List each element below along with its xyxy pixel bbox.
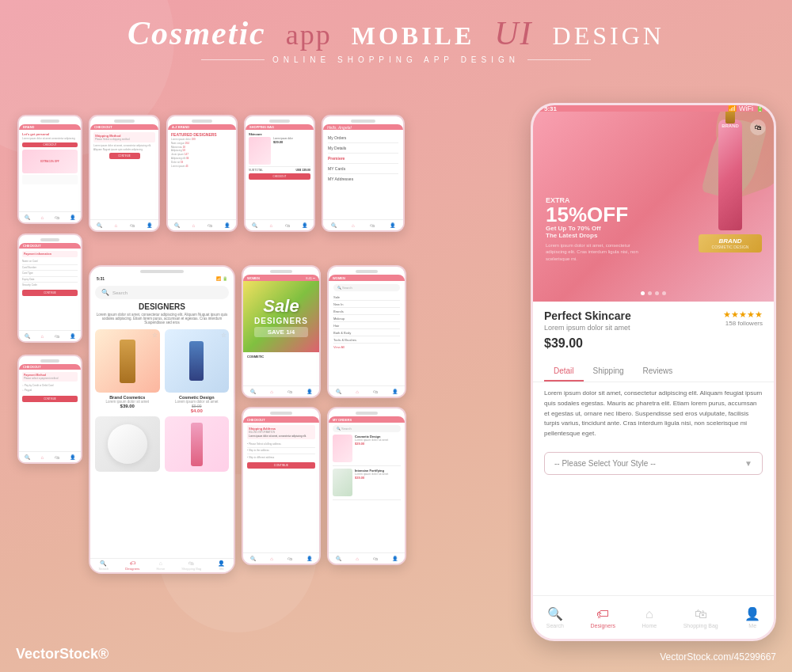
nav-b3[interactable]: 🛍 <box>208 223 212 228</box>
title-app: app <box>286 19 332 51</box>
nav-b5[interactable]: 🛍 <box>370 223 375 228</box>
nav-b12[interactable]: 🛍 <box>373 556 378 561</box>
nav-user[interactable]: 👤 <box>70 215 75 220</box>
title-design: DESIGN <box>553 21 664 50</box>
product-info: Perfect Skincare Lorem ipsum dolor sit a… <box>533 302 774 362</box>
nav-h9[interactable]: ⌂ <box>356 389 359 394</box>
nav-h11[interactable]: ⌂ <box>270 556 273 561</box>
nav-u8[interactable]: 👤 <box>307 389 312 394</box>
title-cosmetic: Cosmetic <box>128 15 266 51</box>
phone-sale-designers: WOMEN 8:41 ▪▪ Sale DESIGNERS SAVE 1/4 CO… <box>242 265 321 398</box>
nav-s5[interactable]: 🔍 <box>331 222 337 228</box>
nav-home[interactable]: ⌂ <box>40 215 44 220</box>
nav-b9[interactable]: 🛍 <box>373 389 378 394</box>
title-ui: UI <box>494 15 532 51</box>
nav-s3[interactable]: 🔍 <box>174 222 180 228</box>
phone-brand: BRAND Let's get personal Lorem ipsum dol… <box>17 115 82 224</box>
style-selector[interactable]: -- Please Select Your Style -- ▼ <box>544 452 763 475</box>
nav-u9[interactable]: 👤 <box>392 389 398 394</box>
title-mobile: MOBILE <box>352 21 475 50</box>
product-tabs: Detail Shipping Reviews <box>533 362 774 382</box>
nav-s9[interactable]: 🔍 <box>336 389 341 394</box>
nav-search[interactable]: 🔍 <box>25 215 30 220</box>
nav-s4[interactable]: 🔍 <box>252 222 257 228</box>
phone-checkout-shipping: CHECKOUT Shipping Method Please Select a… <box>89 115 160 232</box>
tab-shipping[interactable]: Shipping <box>584 362 634 382</box>
nav-s11[interactable]: 🔍 <box>250 556 256 561</box>
bag-icon: 🛍 <box>695 607 707 621</box>
phone3-title: A-Z BRAND <box>172 125 189 129</box>
nav-u10[interactable]: 👤 <box>70 454 75 460</box>
nav-item-designers[interactable]: 🏷 Designers <box>590 607 615 628</box>
main-bottom-navigation: 🔍 Search 🏷 Designers ⌂ Home 🛍 Shopping B… <box>533 595 774 639</box>
me-icon: 👤 <box>744 606 760 621</box>
nav-h10[interactable]: ⌂ <box>40 455 44 460</box>
star-rating: ★★★★★ <box>723 309 763 320</box>
nav-b4[interactable]: 🛍 <box>285 223 290 228</box>
home-icon: ⌂ <box>645 607 653 621</box>
nav-h6[interactable]: ⌂ <box>40 334 44 339</box>
nav-s10[interactable]: 🔍 <box>25 454 30 460</box>
nav-h2[interactable]: ⌂ <box>114 223 117 228</box>
nav-label-home: Home <box>642 623 657 628</box>
designers-icon: 🏷 <box>596 607 609 621</box>
dropdown-chevron-icon: ▼ <box>744 459 752 468</box>
product-price: $39.00 <box>544 336 763 351</box>
phone2-title: CHECKOUT <box>94 125 112 129</box>
phone-women-filters: WOMEN 🔍 Search Sale New In Brands Makeup… <box>327 265 406 398</box>
nav-s2[interactable]: 🔍 <box>97 222 102 228</box>
phone5-greeting: Hello, Angela! <box>327 125 352 130</box>
header: Cosmetic app MOBILE UI DESIGN ONLINE SHO… <box>0 0 792 70</box>
nav-label-bag: Shopping Bag <box>683 623 718 628</box>
nav-label-search: Search <box>546 623 564 628</box>
nav-s8[interactable]: 🔍 <box>250 389 256 394</box>
nav-h4[interactable]: ⌂ <box>269 223 272 228</box>
search-icon: 🔍 <box>547 606 563 621</box>
nav-u12[interactable]: 👤 <box>392 556 398 561</box>
nav-item-search[interactable]: 🔍 Search <box>546 606 564 628</box>
phone-my-orders: MY ORDERS 🔍 Search Cosmetic Design Lorem… <box>327 407 406 565</box>
header-subtitle: ONLINE SHOPPING APP DESIGN <box>0 55 792 64</box>
nav-b11[interactable]: 🛍 <box>287 556 292 561</box>
main-title: Cosmetic app MOBILE UI DESIGN <box>0 14 792 52</box>
nav-b6[interactable]: 🛍 <box>55 334 59 339</box>
phone-checkout-payment: CHECKOUT Payment information Name on Car… <box>17 233 82 343</box>
phone-hello-angela: Hello, Angela! My Orders My Details Prem… <box>322 115 405 232</box>
watermark-right: VectorStock.com/45299667 <box>660 651 776 663</box>
nav-u5[interactable]: 👤 <box>390 222 395 228</box>
nav-h3[interactable]: ⌂ <box>192 223 195 228</box>
hero-text: EXTRA 15%OFF Get Up To 70% Off The Lates… <box>546 196 649 262</box>
carousel-dots <box>641 291 666 295</box>
phone-designers-large: 5:31 📶🔋 🔍 Search DESIGNERS Lorem ipsum d… <box>89 265 235 574</box>
hero-section: BRAND BRAND COSMETIC DESIGN 🛍 EXTRA 15%O… <box>533 112 774 302</box>
tab-detail[interactable]: Detail <box>544 362 584 382</box>
nav-u11[interactable]: 👤 <box>307 556 312 561</box>
nav-u6[interactable]: 👤 <box>70 333 75 339</box>
nav-item-home[interactable]: ⌂ Home <box>642 607 657 628</box>
phone1-title: BRAND <box>23 125 34 129</box>
main-phone: 5:31 📶 WiFi 🔋 BRAND BRAND COSMETIC DESIG… <box>531 103 776 641</box>
status-bar: 5:31 📶 WiFi 🔋 <box>533 105 774 112</box>
nav-item-bag[interactable]: 🛍 Shopping Bag <box>683 607 718 628</box>
nav-b2[interactable]: 🛍 <box>130 223 135 228</box>
nav-s12[interactable]: 🔍 <box>336 556 341 561</box>
detail-text: Lorem ipsum dolor sit amet, consectetur … <box>533 382 774 446</box>
nav-bag[interactable]: 🛍 <box>55 215 59 220</box>
nav-h12[interactable]: ⌂ <box>356 556 359 561</box>
nav-b8[interactable]: 🛍 <box>287 389 292 394</box>
nav-u2[interactable]: 👤 <box>147 222 152 228</box>
phone-az-brand: A-Z BRAND FEATURED DESIGNERS Lorem ipsum… <box>166 115 238 232</box>
nav-h8[interactable]: ⌂ <box>270 389 273 394</box>
phone-shopping-bag: SHOPPING BAG Skincare Lorem ipsum dolor … <box>244 115 315 232</box>
watermark-left: VectorStock® <box>16 646 109 663</box>
nav-h5[interactable]: ⌂ <box>352 223 355 228</box>
nav-b10[interactable]: 🛍 <box>55 455 59 460</box>
nav-u4[interactable]: 👤 <box>302 222 307 228</box>
nav-item-me[interactable]: 👤 Me <box>744 606 760 628</box>
nav-u3[interactable]: 👤 <box>224 222 230 228</box>
nav-s6[interactable]: 🔍 <box>25 333 30 339</box>
phone-payment-method: CHECKOUT Payment Method Please select a … <box>17 355 82 464</box>
tab-reviews[interactable]: Reviews <box>634 362 683 382</box>
nav-label-designers: Designers <box>590 623 615 628</box>
nav-label-me: Me <box>748 623 756 628</box>
